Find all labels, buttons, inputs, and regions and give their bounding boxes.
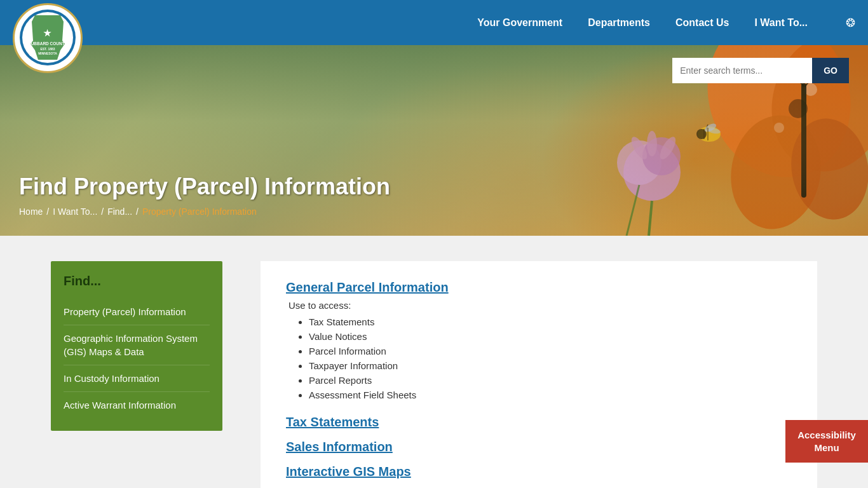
nav-departments[interactable]: Departments: [588, 17, 650, 29]
svg-text:MINNESOTA: MINNESOTA: [38, 51, 57, 55]
general-parcel-list: Tax Statements Value Notices Parcel Info…: [286, 315, 792, 402]
sidebar-item-warrant[interactable]: Active Warrant Information: [64, 392, 210, 418]
search-button[interactable]: GO: [812, 58, 849, 83]
list-item: Assessment Field Sheets: [309, 388, 792, 402]
sidebar-item-custody[interactable]: In Custody Information: [64, 365, 210, 392]
svg-text:EST. 1883: EST. 1883: [40, 47, 55, 51]
nav-contact-us[interactable]: Contact Us: [675, 17, 729, 29]
sidebar-box: Find... Property (Parcel) Information Ge…: [51, 261, 222, 431]
breadcrumb-current: Property (Parcel) Information: [142, 207, 257, 217]
svg-text:★: ★: [43, 28, 51, 38]
general-parcel-link[interactable]: General Parcel Information: [286, 280, 792, 295]
list-item: Parcel Reports: [309, 373, 792, 388]
section-general-parcel: General Parcel Information Use to access…: [286, 280, 792, 402]
section-interactive-gis: Interactive GIS Maps: [286, 464, 792, 479]
list-item: Tax Statements: [309, 315, 792, 329]
nav-your-government[interactable]: Your Government: [477, 17, 562, 29]
list-item: Value Notices: [309, 329, 792, 344]
share-icon[interactable]: ❂: [846, 16, 855, 30]
logo: ★ HUBBARD COUNTY EST. 1883 MINNESOTA: [13, 3, 83, 73]
sidebar-item-property[interactable]: Property (Parcel) Information: [64, 299, 210, 325]
nav-i-want-to[interactable]: I Want To...: [754, 17, 808, 29]
breadcrumb-find[interactable]: Find...: [107, 207, 132, 217]
sidebar: Find... Property (Parcel) Information Ge…: [51, 261, 222, 488]
section-tax-statements: Tax Statements: [286, 415, 792, 430]
hero-section: GO Find Property (Parcel) Information Ho…: [0, 45, 868, 236]
top-navigation: ★ HUBBARD COUNTY EST. 1883 MINNESOTA You…: [0, 0, 868, 45]
sidebar-title: Find...: [64, 274, 210, 288]
list-item: Parcel Information: [309, 344, 792, 358]
nav-links: Your Government Departments Contact Us I…: [477, 16, 855, 30]
section-sales-information: Sales Information: [286, 440, 792, 454]
sales-information-link[interactable]: Sales Information: [286, 440, 792, 454]
sidebar-item-gis[interactable]: Geographic Information System (GIS) Maps…: [64, 325, 210, 365]
hero-content: Find Property (Parcel) Information Home …: [0, 173, 868, 236]
list-item: Taxpayer Information: [309, 358, 792, 373]
svg-text:HUBBARD COUNTY: HUBBARD COUNTY: [28, 41, 68, 46]
breadcrumb: Home / I Want To... / Find... / Property…: [19, 207, 868, 217]
search-bar: GO: [672, 58, 849, 83]
tax-statements-link[interactable]: Tax Statements: [286, 415, 792, 430]
interactive-gis-link[interactable]: Interactive GIS Maps: [286, 464, 792, 479]
page-body: General Parcel Information Use to access…: [261, 261, 817, 488]
breadcrumb-i-want-to[interactable]: I Want To...: [53, 207, 97, 217]
page-title: Find Property (Parcel) Information: [19, 173, 868, 200]
search-input[interactable]: [672, 58, 812, 83]
general-parcel-sub: Use to access:: [286, 300, 792, 311]
logo-area[interactable]: ★ HUBBARD COUNTY EST. 1883 MINNESOTA: [13, 0, 83, 76]
main-content: Find... Property (Parcel) Information Ge…: [0, 236, 868, 488]
breadcrumb-home[interactable]: Home: [19, 207, 43, 217]
accessibility-menu-button[interactable]: Accessibility Menu: [785, 420, 868, 463]
